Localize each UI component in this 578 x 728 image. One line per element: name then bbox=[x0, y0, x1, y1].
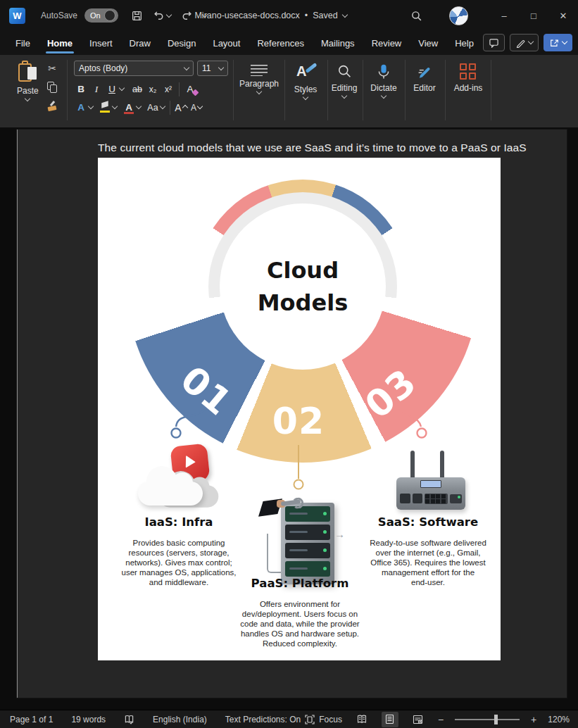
drawing-dropdown-icon[interactable] bbox=[528, 39, 534, 44]
font-size-select[interactable]: 11 bbox=[197, 61, 228, 76]
text-effects-dropdown-icon[interactable] bbox=[88, 103, 94, 109]
hand-wrench-icon bbox=[261, 496, 292, 517]
proofing-button[interactable] bbox=[124, 715, 134, 724]
statusbar: Page 1 of 1 19 words English (India) Tex… bbox=[0, 710, 578, 728]
scissors-icon: ✂ bbox=[48, 63, 56, 74]
text-effects-button[interactable]: A bbox=[73, 100, 89, 115]
maximize-button[interactable]: □ bbox=[519, 0, 548, 31]
word-logo-icon[interactable]: W bbox=[9, 8, 25, 24]
font-color-button[interactable]: A bbox=[121, 100, 137, 115]
tab-review[interactable]: Review bbox=[363, 31, 410, 55]
tab-home[interactable]: Home bbox=[39, 31, 81, 55]
editor-button[interactable]: Editor bbox=[408, 63, 441, 93]
close-button[interactable]: ✕ bbox=[548, 0, 578, 31]
styles-icon: A bbox=[296, 63, 315, 82]
document-page[interactable]: The current cloud models that we use are… bbox=[17, 130, 567, 698]
minimize-button[interactable]: – bbox=[489, 0, 519, 31]
zoom-out-button[interactable]: − bbox=[438, 714, 444, 725]
editing-label: Editing bbox=[332, 83, 358, 93]
paragraph-button[interactable]: Paragraph bbox=[239, 65, 279, 94]
web-layout-icon bbox=[413, 715, 423, 724]
search-button[interactable] bbox=[410, 10, 422, 22]
font-color-dropdown-icon[interactable] bbox=[136, 103, 142, 109]
highlight-dropdown-icon[interactable] bbox=[112, 103, 118, 109]
tab-references[interactable]: References bbox=[249, 31, 312, 55]
underline-button[interactable]: U bbox=[104, 82, 120, 96]
copy-button[interactable] bbox=[45, 81, 59, 94]
microphone-icon bbox=[376, 63, 391, 80]
grow-font-button[interactable]: A bbox=[173, 100, 189, 115]
paste-dropdown-icon[interactable] bbox=[25, 96, 30, 101]
change-case-button[interactable]: Aa bbox=[145, 100, 161, 115]
dictate-label: Dictate bbox=[370, 83, 396, 93]
zoom-slider[interactable] bbox=[455, 719, 520, 720]
styles-button[interactable]: A Styles bbox=[289, 63, 322, 99]
redo-button[interactable] bbox=[181, 10, 193, 22]
zoom-in-button[interactable]: + bbox=[531, 714, 536, 725]
zoom-slider-thumb[interactable] bbox=[494, 715, 498, 724]
italic-button[interactable]: I bbox=[89, 82, 104, 96]
document-canvas[interactable]: The current cloud models that we use are… bbox=[0, 127, 578, 710]
tab-help[interactable]: Help bbox=[446, 31, 482, 55]
cloud-models-infographic[interactable]: Cloud Models 01 02 03 bbox=[98, 158, 501, 660]
autosave-label: AutoSave bbox=[41, 11, 77, 20]
saas-router-icon bbox=[396, 451, 467, 514]
print-layout-button[interactable] bbox=[382, 712, 398, 727]
tab-insert[interactable]: Insert bbox=[81, 31, 121, 55]
strikethrough-button[interactable]: ab bbox=[130, 82, 145, 96]
dictate-dropdown-icon[interactable] bbox=[381, 93, 387, 99]
tab-draw[interactable]: Draw bbox=[121, 31, 159, 55]
bold-button[interactable]: B bbox=[73, 82, 89, 96]
editing-dropdown-icon[interactable] bbox=[341, 93, 347, 99]
iaas-heading: IaaS: Infra bbox=[108, 515, 249, 529]
page-indicator[interactable]: Page 1 of 1 bbox=[10, 715, 53, 724]
paste-label: Paste bbox=[17, 86, 39, 96]
font-name-dropdown-icon bbox=[184, 64, 189, 70]
undo-button[interactable] bbox=[153, 10, 171, 22]
underline-dropdown-icon[interactable] bbox=[119, 85, 125, 91]
comments-button[interactable] bbox=[483, 34, 505, 51]
document-title[interactable]: Mirano-usecase-docs.docx • Saved bbox=[194, 11, 346, 20]
addins-button[interactable]: Add-ins bbox=[451, 63, 486, 93]
clear-formatting-button[interactable]: A bbox=[182, 82, 198, 96]
autosave-toggle[interactable]: On bbox=[84, 8, 118, 23]
word-count[interactable]: 19 words bbox=[71, 715, 106, 724]
drawing-button[interactable] bbox=[510, 34, 539, 51]
paste-button[interactable]: Paste bbox=[17, 62, 39, 101]
tab-file[interactable]: File bbox=[7, 31, 39, 55]
styles-label: Styles bbox=[294, 84, 318, 94]
language-indicator[interactable]: English (India) bbox=[153, 715, 207, 724]
read-mode-button[interactable] bbox=[353, 712, 370, 727]
change-case-dropdown-icon[interactable] bbox=[160, 103, 165, 109]
save-button[interactable] bbox=[131, 10, 143, 22]
focus-button[interactable]: Focus bbox=[305, 715, 342, 724]
redo-icon bbox=[181, 10, 193, 22]
tab-mailings[interactable]: Mailings bbox=[313, 31, 363, 55]
share-button[interactable] bbox=[544, 34, 572, 51]
web-layout-button[interactable] bbox=[410, 712, 427, 727]
highlight-button[interactable] bbox=[97, 100, 113, 115]
text-predictions[interactable]: Text Predictions: On bbox=[225, 715, 301, 724]
paragraph-dropdown-icon[interactable] bbox=[256, 89, 262, 94]
cut-button[interactable]: ✂ bbox=[45, 62, 59, 75]
editing-button[interactable]: Editing bbox=[328, 63, 360, 98]
tab-view[interactable]: View bbox=[410, 31, 446, 55]
avatar[interactable] bbox=[449, 6, 468, 25]
font-name-select[interactable]: Aptos (Body) bbox=[74, 61, 194, 76]
title-dropdown-icon[interactable] bbox=[341, 11, 347, 17]
styles-dropdown-icon[interactable] bbox=[303, 94, 308, 100]
zoom-level[interactable]: 120% bbox=[548, 715, 570, 724]
dictate-button[interactable]: Dictate bbox=[366, 63, 401, 98]
focus-label: Focus bbox=[319, 715, 342, 724]
undo-dropdown-icon[interactable] bbox=[166, 11, 172, 17]
superscript-button[interactable]: x² bbox=[161, 82, 176, 96]
editing-icon bbox=[336, 63, 353, 80]
tab-layout[interactable]: Layout bbox=[204, 31, 249, 55]
tab-design[interactable]: Design bbox=[159, 31, 204, 55]
format-painter-button[interactable] bbox=[45, 100, 59, 113]
document-heading[interactable]: The current cloud models that we use are… bbox=[98, 142, 563, 154]
subscript-button[interactable]: x₂ bbox=[145, 82, 161, 96]
share-dropdown-icon[interactable] bbox=[562, 39, 567, 44]
window-controls: – □ ✕ bbox=[489, 0, 578, 31]
shrink-font-button[interactable]: A bbox=[189, 100, 204, 115]
